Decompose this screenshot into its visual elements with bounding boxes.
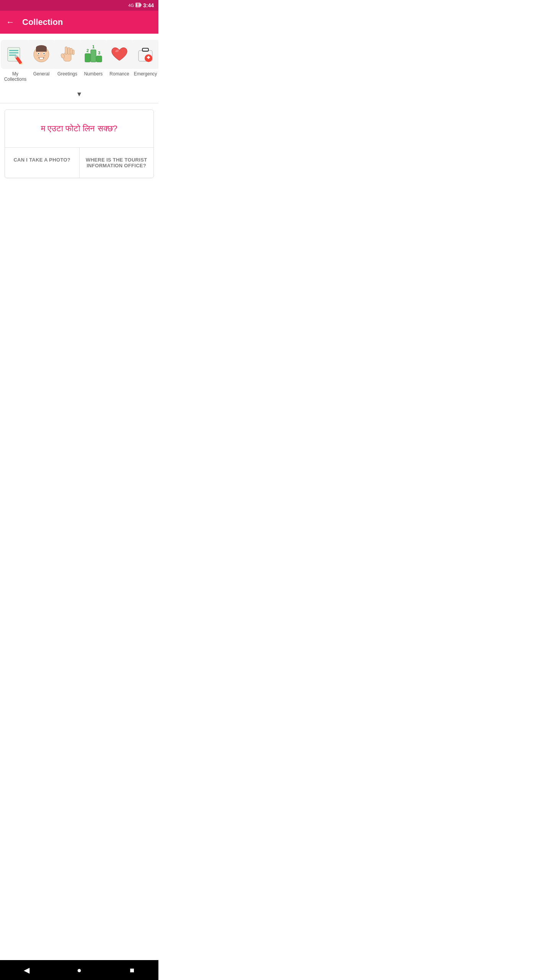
translation-en[interactable]: CAN I TAKE A PHOTO? bbox=[5, 148, 80, 178]
signal-icon: 4G bbox=[128, 3, 134, 8]
status-bar: 4G 3:44 bbox=[0, 0, 158, 11]
category-icon-romance bbox=[105, 40, 134, 69]
translation-info[interactable]: WHERE IS THE TOURIST INFORMATION OFFICE? bbox=[80, 148, 154, 178]
svg-rect-32 bbox=[91, 50, 96, 62]
status-icons: 4G 3:44 bbox=[128, 2, 154, 8]
category-general[interactable]: General bbox=[29, 40, 54, 77]
chevron-row[interactable]: ▾ bbox=[0, 85, 158, 103]
category-label-romance: Romance bbox=[109, 71, 129, 77]
svg-rect-41 bbox=[148, 56, 149, 59]
svg-point-17 bbox=[38, 53, 39, 54]
content-area: My Collections bbox=[0, 34, 158, 207]
category-greetings[interactable]: Greetings bbox=[55, 40, 80, 77]
card-translations-section: CAN I TAKE A PHOTO? WHERE IS THE TOURIST… bbox=[5, 148, 153, 178]
battery-icon bbox=[135, 3, 142, 8]
back-icon: ← bbox=[6, 17, 15, 27]
svg-rect-27 bbox=[70, 48, 72, 54]
svg-point-18 bbox=[44, 53, 45, 54]
svg-rect-34 bbox=[96, 56, 102, 62]
divider bbox=[0, 103, 158, 103]
chevron-down-icon: ▾ bbox=[77, 89, 81, 98]
svg-point-19 bbox=[37, 55, 38, 56]
category-my-collections[interactable]: My Collections bbox=[3, 40, 28, 82]
svg-rect-28 bbox=[72, 50, 74, 55]
category-emergency[interactable]: Emergency bbox=[133, 40, 158, 77]
category-row: My Collections bbox=[0, 34, 158, 85]
svg-rect-25 bbox=[68, 47, 70, 54]
time-display: 3:44 bbox=[143, 2, 154, 8]
category-icon-greetings bbox=[53, 40, 82, 69]
category-icon-my-collections bbox=[1, 40, 30, 69]
svg-point-20 bbox=[38, 56, 39, 56]
card-phrase-section: म एउटा फोटो लिन सक्छ? bbox=[5, 110, 153, 148]
category-numbers[interactable]: 2 1 3 Numbers bbox=[81, 40, 106, 77]
category-icon-emergency bbox=[131, 40, 158, 69]
svg-text:3: 3 bbox=[98, 51, 100, 55]
back-button[interactable]: ← bbox=[6, 17, 15, 27]
category-icon-general bbox=[27, 40, 56, 69]
nepali-phrase: म एउटा फोटो लिन सक्छ? bbox=[41, 124, 117, 133]
svg-rect-26 bbox=[65, 47, 67, 54]
app-bar: ← Collection bbox=[0, 11, 158, 34]
svg-point-21 bbox=[45, 55, 46, 56]
category-label-emergency: Emergency bbox=[134, 71, 157, 77]
svg-point-22 bbox=[44, 56, 45, 56]
category-label-greetings: Greetings bbox=[57, 71, 77, 77]
svg-text:1: 1 bbox=[92, 44, 95, 49]
category-label-numbers: Numbers bbox=[84, 71, 103, 77]
svg-rect-1 bbox=[140, 4, 141, 6]
page-title: Collection bbox=[22, 17, 63, 27]
svg-text:2: 2 bbox=[86, 48, 89, 53]
category-romance[interactable]: Romance bbox=[107, 40, 132, 77]
svg-rect-30 bbox=[85, 54, 90, 62]
phrase-card: म एउटा फोटो लिन सक्छ? CAN I TAKE A PHOTO… bbox=[5, 109, 154, 178]
svg-rect-23 bbox=[39, 57, 43, 59]
svg-rect-14 bbox=[36, 48, 47, 52]
category-label-my-collections: My Collections bbox=[3, 71, 28, 82]
category-label-general: General bbox=[33, 71, 50, 77]
category-icon-numbers: 2 1 3 bbox=[79, 40, 108, 69]
